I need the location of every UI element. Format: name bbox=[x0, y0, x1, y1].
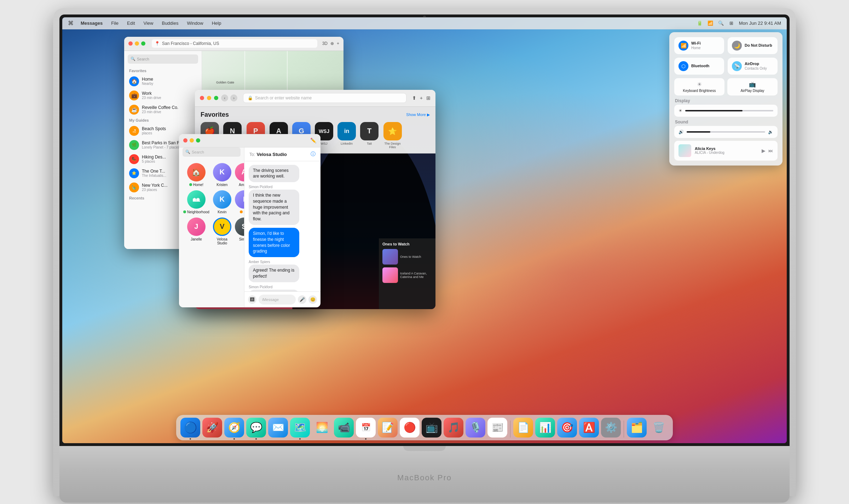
menu-file[interactable]: File bbox=[110, 20, 120, 27]
cc-airplay-tile[interactable]: 📺 AirPlay Display bbox=[727, 78, 778, 95]
safari-maximize-button[interactable] bbox=[214, 96, 218, 100]
chat-info-icon[interactable]: ⓘ bbox=[311, 151, 316, 157]
reading-item-2[interactable]: Iceland A Caravan, Caterina and Me bbox=[382, 267, 432, 283]
contact-neighborhood-avatar: 🏘 bbox=[187, 190, 206, 209]
safari-new-tab-icon[interactable]: + bbox=[420, 95, 423, 101]
chat-apps-button[interactable]: 🅰 bbox=[248, 295, 256, 304]
cc-airdrop-tile[interactable]: 📡 AirDrop Contacts Only bbox=[728, 58, 778, 75]
menu-view[interactable]: View bbox=[142, 20, 155, 27]
messages-maximize-button[interactable] bbox=[196, 138, 200, 143]
dock-trash[interactable]: 🗑️ bbox=[649, 418, 669, 438]
dock-photos[interactable]: 🌅 bbox=[312, 418, 332, 438]
maps-close-button[interactable] bbox=[128, 41, 133, 46]
dock-maps-dot bbox=[299, 438, 301, 440]
control-center-icon[interactable]: ⊞ bbox=[728, 20, 735, 27]
maps-maximize-button[interactable] bbox=[141, 41, 145, 46]
dock-sysprefs[interactable]: ⚙️ bbox=[601, 418, 621, 438]
dock-launchpad[interactable]: 🚀 bbox=[202, 418, 222, 438]
sound-volume-fill bbox=[687, 131, 710, 133]
dock-keynote[interactable]: 🎯 bbox=[557, 418, 577, 438]
safari-minimize-button[interactable] bbox=[207, 96, 211, 100]
dock-appletv[interactable]: 📺 bbox=[422, 418, 441, 438]
chat-input-field[interactable]: iMessage bbox=[259, 295, 296, 305]
dock-appstore[interactable]: 🅰️ bbox=[579, 418, 599, 438]
contacts-grid: 🏠 Home! K Kristen A bbox=[179, 160, 244, 249]
maps-layers-btn[interactable]: ⊕ bbox=[330, 41, 334, 46]
app-menu-messages[interactable]: Messages bbox=[79, 20, 104, 27]
maps-3d-btn[interactable]: 3D bbox=[322, 41, 328, 46]
messages-close-button[interactable] bbox=[183, 138, 187, 143]
wifi-icon[interactable]: 📶 bbox=[707, 20, 714, 27]
dock-news[interactable]: 📰 bbox=[487, 418, 507, 438]
sound-volume-slider[interactable] bbox=[687, 131, 765, 133]
contact-janelle[interactable]: J Janelle bbox=[183, 218, 209, 245]
dock-podcasts[interactable]: 🎙️ bbox=[466, 418, 485, 438]
safari-address-bar[interactable]: 🔒 Search or enter website name bbox=[243, 93, 406, 103]
maps-item-work[interactable]: 💼 Work 23 min drive bbox=[124, 88, 202, 103]
fav-linkedin[interactable]: in LinkedIn bbox=[337, 122, 356, 149]
dock-maps[interactable]: 🗺️ bbox=[290, 418, 310, 438]
chat-emoji-button[interactable]: 😊 bbox=[308, 295, 317, 304]
dock-music[interactable]: 🎵 bbox=[444, 418, 463, 438]
cc-wifi-tile[interactable]: 📶 Wi-Fi Home bbox=[674, 37, 724, 54]
apple-menu[interactable]: ⌘ bbox=[68, 20, 74, 27]
maps-home-name: Home bbox=[142, 77, 197, 82]
contact-home[interactable]: 🏠 Home! bbox=[183, 163, 209, 187]
sound-icon: 🔊 bbox=[678, 129, 684, 134]
fav-designfiles[interactable]: ⭐ The Design Files bbox=[383, 122, 402, 149]
menu-buddies[interactable]: Buddies bbox=[160, 20, 180, 27]
play-button[interactable]: ▶ bbox=[762, 148, 766, 153]
search-icon[interactable]: 🔍 bbox=[718, 20, 724, 27]
dock-messages[interactable]: 💬 bbox=[246, 418, 266, 438]
dock-numbers[interactable]: 📊 bbox=[535, 418, 555, 438]
contact-neighborhood[interactable]: 🏘 Neighborhood bbox=[183, 190, 209, 214]
contact-kevin[interactable]: K Kevin bbox=[213, 190, 231, 214]
safari-forward-button[interactable]: › bbox=[230, 94, 237, 102]
music-controls[interactable]: ▶ ⏭ bbox=[762, 148, 773, 153]
cc-small-tiles: ☀ Keyboard Brightness 📺 AirPlay Display bbox=[674, 78, 778, 95]
chat-msg-2: Simon Pickford I think the new sequence … bbox=[249, 185, 316, 225]
dock-finder[interactable]: 🔵 bbox=[180, 418, 200, 438]
chat-audio-button[interactable]: 🎤 bbox=[298, 295, 306, 304]
messages-minimize-button[interactable] bbox=[190, 138, 194, 143]
chat-to-label: To: Velosa Studio bbox=[249, 151, 287, 157]
safari-share-icon[interactable]: ⬆ bbox=[412, 95, 416, 101]
dock-mail[interactable]: ✉️ bbox=[268, 418, 288, 438]
menu-edit[interactable]: Edit bbox=[126, 20, 136, 27]
reading-item-1[interactable]: Ones to Watch bbox=[382, 249, 432, 265]
beach-icon: 🏖 bbox=[129, 126, 139, 136]
dock-calendar[interactable]: 📅 bbox=[356, 418, 376, 438]
maps-minimize-button[interactable] bbox=[135, 41, 139, 46]
dock-pages[interactable]: 📄 bbox=[513, 418, 533, 438]
menu-window[interactable]: Window bbox=[185, 20, 204, 27]
maps-item-home-text: Home Nearby bbox=[142, 77, 197, 86]
safari-back-button[interactable]: ‹ bbox=[221, 94, 228, 102]
dock-notes[interactable]: 📝 bbox=[378, 418, 398, 438]
maps-item-coffee[interactable]: ☕ Reveille Coffee Co. 23 min drive bbox=[124, 103, 202, 117]
cc-keyboard-brightness-tile[interactable]: ☀ Keyboard Brightness bbox=[674, 78, 724, 95]
contact-simon[interactable]: S Simon bbox=[235, 218, 244, 245]
contact-velosa[interactable]: V Velosa Studio bbox=[213, 218, 231, 245]
next-button[interactable]: ⏭ bbox=[768, 148, 773, 153]
cc-bluetooth-tile[interactable]: ⬡ Bluetooth bbox=[674, 58, 724, 75]
contact-kristen[interactable]: K Kristen bbox=[213, 163, 231, 187]
dock-calendar-dot bbox=[365, 438, 366, 440]
cc-dnd-tile[interactable]: 🌙 Do Not Disturb bbox=[728, 37, 778, 54]
fav-tait[interactable]: T Tait bbox=[360, 122, 379, 149]
display-brightness-slider[interactable] bbox=[685, 110, 773, 111]
maps-item-home[interactable]: 🏠 Home Nearby bbox=[124, 74, 202, 88]
maps-search-input[interactable]: 🔍 Search bbox=[128, 54, 198, 64]
maps-zoom-in[interactable]: + bbox=[337, 41, 339, 46]
dock-safari[interactable]: 🧭 bbox=[224, 418, 244, 438]
safari-close-button[interactable] bbox=[200, 96, 204, 100]
contact-ivy[interactable]: I Ivy bbox=[235, 190, 244, 214]
messages-compose-icon[interactable]: ✏️ bbox=[310, 138, 316, 143]
messages-search-input[interactable]: 🔍 Search bbox=[183, 147, 241, 157]
contact-amber[interactable]: A Amber bbox=[235, 163, 244, 187]
safari-sidebar-icon[interactable]: ⊞ bbox=[426, 95, 431, 101]
dock-reminders[interactable]: 🔴 bbox=[400, 418, 420, 438]
menu-help[interactable]: Help bbox=[210, 20, 223, 27]
dock-files[interactable]: 🗂️ bbox=[627, 418, 647, 438]
dock-facetime[interactable]: 📹 bbox=[334, 418, 354, 438]
show-more-button[interactable]: Show More ▶ bbox=[406, 112, 430, 117]
